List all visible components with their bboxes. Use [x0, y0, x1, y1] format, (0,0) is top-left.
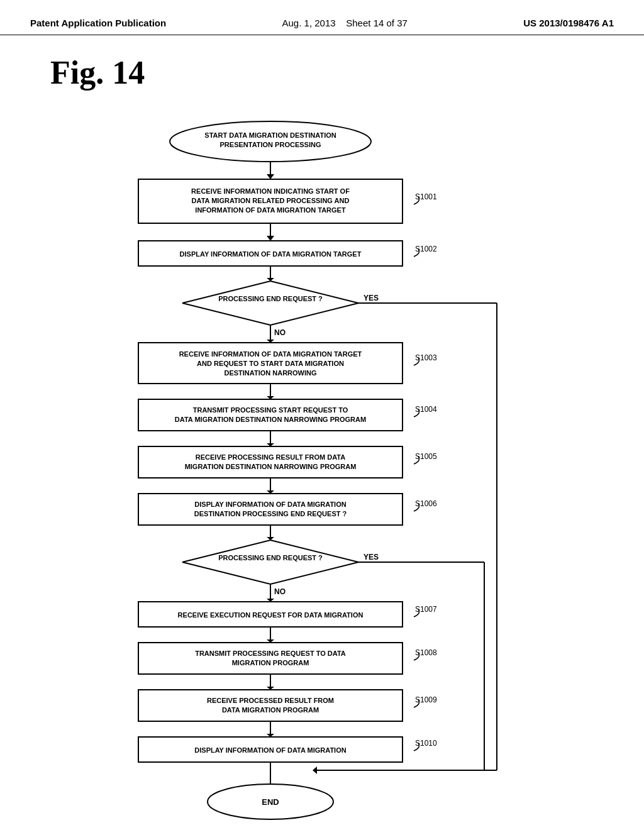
svg-text:DISPLAY INFORMATION OF DATA MI: DISPLAY INFORMATION OF DATA MIGRATION TA… — [180, 250, 362, 258]
svg-marker-11 — [267, 236, 274, 241]
svg-text:RECEIVE PROCESSED RESULT FROM: RECEIVE PROCESSED RESULT FROM — [207, 697, 334, 704]
svg-rect-40 — [138, 446, 402, 478]
svg-rect-65 — [138, 643, 402, 674]
svg-text:MIGRATION PROGRAM: MIGRATION PROGRAM — [232, 659, 309, 667]
svg-text:RECEIVE INFORMATION INDICATING: RECEIVE INFORMATION INDICATING START OF — [191, 187, 350, 195]
svg-text:MIGRATION DESTINATION NARROWIN: MIGRATION DESTINATION NARROWING PROGRAM — [185, 463, 357, 470]
svg-rect-34 — [138, 399, 402, 431]
svg-marker-17 — [182, 281, 358, 325]
header-publication: Patent Application Publication — [30, 18, 166, 28]
svg-text:PROCESSING END REQUEST ?: PROCESSING END REQUEST ? — [218, 295, 323, 302]
svg-text:NO: NO — [274, 328, 286, 337]
svg-text:PRESENTATION PROCESSING: PRESENTATION PROCESSING — [220, 141, 321, 148]
svg-text:DATA MIGRATION DESTINATION NAR: DATA MIGRATION DESTINATION NARROWING PRO… — [175, 416, 366, 423]
svg-text:RECEIVE PROCESSING RESULT FROM: RECEIVE PROCESSING RESULT FROM DATA — [196, 453, 345, 461]
svg-text:DATA MIGRATION PROGRAM: DATA MIGRATION PROGRAM — [222, 706, 319, 714]
header-date-sheet: Aug. 1, 2013 Sheet 14 of 37 — [282, 18, 408, 28]
svg-text:TRANSMIT PROCESSING REQUEST TO: TRANSMIT PROCESSING REQUEST TO DATA — [195, 650, 346, 657]
svg-text:DESTINATION PROCESSING END REQ: DESTINATION PROCESSING END REQUEST ? — [194, 510, 347, 517]
svg-text:DISPLAY INFORMATION OF DATA MI: DISPLAY INFORMATION OF DATA MIGRATION — [194, 501, 346, 508]
svg-text:END: END — [262, 797, 279, 807]
svg-text:RECEIVE EXECUTION REQUEST FOR : RECEIVE EXECUTION REQUEST FOR DATA MIGRA… — [178, 611, 364, 619]
svg-text:RECEIVE INFORMATION OF DATA MI: RECEIVE INFORMATION OF DATA MIGRATION TA… — [179, 350, 362, 358]
svg-text:TRANSMIT PROCESSING START REQU: TRANSMIT PROCESSING START REQUEST TO — [193, 406, 348, 414]
svg-text:INFORMATION OF DATA MIGRATION : INFORMATION OF DATA MIGRATION TARGET — [195, 206, 346, 214]
svg-text:DATA MIGRATION RELATED PROCESS: DATA MIGRATION RELATED PROCESSING AND — [192, 197, 350, 204]
svg-rect-71 — [138, 690, 402, 721]
svg-text:PROCESSING END REQUEST  ?: PROCESSING END REQUEST ? — [218, 554, 323, 562]
svg-rect-46 — [138, 494, 402, 525]
svg-text:DISPLAY INFORMATION OF DATA MI: DISPLAY INFORMATION OF DATA MIGRATION — [194, 746, 346, 754]
svg-text:NO: NO — [274, 587, 286, 596]
svg-text:YES: YES — [364, 553, 379, 562]
svg-marker-4 — [267, 174, 274, 179]
svg-text:DESTINATION NARROWING: DESTINATION NARROWING — [224, 369, 316, 377]
svg-marker-52 — [182, 540, 358, 584]
page-header: Patent Application Publication Aug. 1, 2… — [0, 0, 644, 35]
header-patent-number: US 2013/0198476 A1 — [523, 18, 614, 28]
svg-text:START DATA MIGRATION DESTINATI: START DATA MIGRATION DESTINATION — [204, 131, 336, 139]
figure-label: Fig. 14 — [50, 54, 644, 91]
svg-text:YES: YES — [364, 294, 379, 302]
svg-text:AND REQUEST TO START DATA MIGR: AND REQUEST TO START DATA MIGRATION — [197, 360, 344, 367]
